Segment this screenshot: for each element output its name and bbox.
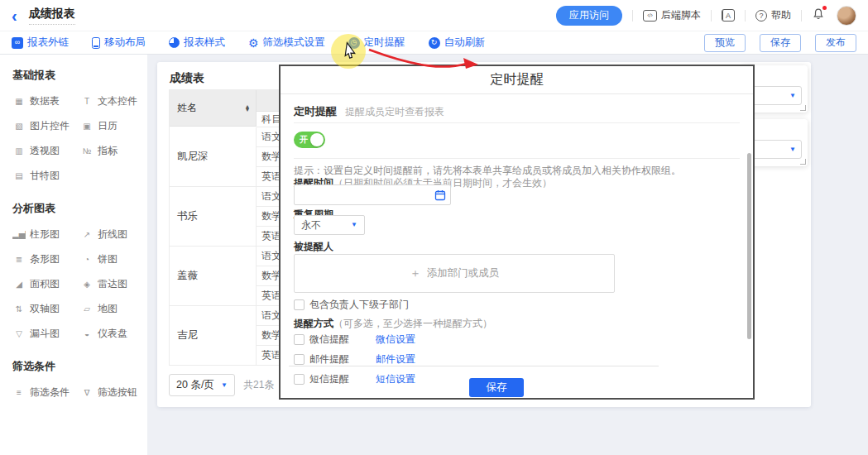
- report-designer-app: ‹ 成绩报表 应用访问 ‹/› 后端脚本 A ? 帮助 ∞: [0, 0, 868, 455]
- email-settings-link[interactable]: 邮件设置: [376, 352, 415, 366]
- sms-settings-link[interactable]: 短信设置: [376, 372, 415, 386]
- page-size-select[interactable]: 20 条/页 ▼: [169, 374, 235, 396]
- save-button[interactable]: 保存: [760, 34, 801, 52]
- plus-icon: ＋: [410, 266, 421, 281]
- back-icon[interactable]: ‹: [12, 7, 17, 24]
- sidebar-item-filter-condition[interactable]: ≡筛选条件: [12, 386, 80, 400]
- sidebar-item-line-chart[interactable]: ↗折线图: [80, 228, 145, 242]
- sort-control[interactable]: ▲▼: [244, 105, 250, 112]
- sidebar-item-pie-chart[interactable]: ◔饼图: [80, 252, 145, 266]
- publish-button[interactable]: 发布: [815, 34, 856, 52]
- preview-button[interactable]: 预览: [704, 34, 746, 52]
- help-button[interactable]: ? 帮助: [755, 8, 791, 22]
- bar-chart-icon: ≣: [12, 256, 26, 264]
- sidebar-item-filter-button[interactable]: ∇筛选按钮: [80, 386, 145, 400]
- notification-dot: [822, 6, 827, 10]
- chevron-down-icon: ▼: [789, 146, 796, 153]
- mobile-icon: [92, 37, 100, 49]
- top-header: ‹ 成绩报表 应用访问 ‹/› 后端脚本 A ? 帮助: [0, 0, 868, 31]
- method-row-email: 邮件提醒 邮件设置: [294, 353, 740, 366]
- pie-style-icon: [169, 37, 180, 48]
- text-widget-icon: T: [80, 98, 94, 106]
- dialog-scrollbar[interactable]: [747, 153, 751, 339]
- gear-icon: ⚙: [248, 37, 259, 49]
- sidebar-item-indicator[interactable]: №指标: [80, 144, 145, 158]
- sidebar-item-bar-chart[interactable]: ≣条形图: [12, 252, 80, 266]
- tab-mobile-layout[interactable]: 移动布局: [92, 36, 146, 50]
- wechat-checkbox[interactable]: [294, 334, 305, 345]
- wechat-settings-link[interactable]: 微信设置: [376, 333, 415, 347]
- filter-widget-select[interactable]: ▼: [747, 140, 802, 159]
- sidebar-item-dual-axis-chart[interactable]: ⇅双轴图: [12, 302, 80, 316]
- image-widget-icon: ▧: [12, 122, 26, 131]
- method-row-wechat: 微信提醒 微信设置: [294, 333, 740, 346]
- code-icon: ‹/›: [643, 10, 657, 22]
- doc-a-icon: A: [722, 9, 735, 22]
- section-analysis-charts: 分析图表: [12, 201, 147, 216]
- sidebar-item-map-chart[interactable]: ▱地图: [80, 302, 145, 316]
- area-chart-icon: ◢: [12, 280, 26, 289]
- refresh-icon: ↻: [429, 37, 440, 49]
- backend-script-button[interactable]: ‹/› 后端脚本: [643, 8, 701, 22]
- include-sub-checkbox[interactable]: [294, 299, 305, 310]
- sidebar-item-gantt[interactable]: ▤甘特图: [12, 169, 80, 183]
- question-icon: ?: [755, 10, 767, 22]
- section-filter-conditions: 筛选条件: [12, 359, 147, 374]
- tab-auto-refresh[interactable]: ↻ 自动刷新: [429, 36, 486, 50]
- radar-chart-icon: ◈: [80, 280, 94, 289]
- dual-axis-icon: ⇅: [12, 305, 26, 314]
- repeat-cycle-select[interactable]: 永不 ▼: [294, 215, 365, 235]
- app-access-button[interactable]: 应用访问: [556, 6, 622, 26]
- email-checkbox[interactable]: [294, 354, 305, 365]
- table-row-name: 书乐: [170, 187, 257, 247]
- chevron-down-icon: ▼: [351, 222, 357, 228]
- sidebar-item-funnel-chart[interactable]: ▽漏斗图: [12, 327, 80, 341]
- sidebar-item-calendar[interactable]: ▣日历: [80, 119, 145, 133]
- toggle-knob: [310, 133, 324, 146]
- add-members-button[interactable]: ＋ 添加部门或成员: [294, 254, 615, 293]
- tab-report-external-link[interactable]: ∞ 报表外链: [12, 36, 69, 50]
- table-row-name: 吉尼: [170, 306, 257, 366]
- filter-widget-select[interactable]: ▼: [747, 86, 802, 105]
- external-link-icon: ∞: [12, 37, 23, 49]
- total-count: 共21条: [243, 378, 274, 392]
- pie-chart-icon: ◔: [80, 256, 94, 264]
- tab-filter-mode-settings[interactable]: ⚙ 筛选模式设置: [248, 36, 325, 50]
- map-icon: ▱: [80, 305, 94, 314]
- pagination: 20 条/页 ▼ 共21条: [169, 374, 274, 396]
- reminder-time-input[interactable]: [295, 185, 430, 204]
- sidebar-item-gauge[interactable]: ◒仪表盘: [80, 327, 145, 341]
- sidebar-item-area-chart[interactable]: ◢面积图: [12, 277, 80, 291]
- table-row-name: 凯尼深: [170, 127, 257, 187]
- report-toolbar: ∞ 报表外链 移动布局 报表样式 ⚙ 筛选模式设置 ◷ 定时提醒 ↻ 自动刷新 …: [0, 31, 868, 55]
- alarm-icon: ◷: [348, 37, 360, 49]
- calendar-picker-icon[interactable]: [430, 189, 450, 201]
- dialog-save-button[interactable]: 保存: [469, 378, 524, 397]
- gauge-icon: ◒: [80, 330, 94, 338]
- reminder-time-field: [294, 184, 451, 205]
- funnel-chart-icon: ▽: [12, 330, 26, 338]
- table-title: 成绩表: [170, 71, 204, 86]
- tab-scheduled-reminder[interactable]: ◷ 定时提醒: [348, 36, 405, 50]
- notification-bell-button[interactable]: [812, 7, 825, 24]
- user-avatar[interactable]: [837, 6, 856, 26]
- filter-button-icon: ∇: [80, 389, 94, 397]
- tab-report-style[interactable]: 报表样式: [169, 36, 225, 50]
- sidebar-item-column-chart[interactable]: ▂▅▇柱形图: [12, 228, 80, 242]
- sidebar-item-text-widget[interactable]: T文本控件: [80, 94, 145, 108]
- pivot-icon: ▥: [12, 147, 26, 156]
- reminder-toggle-on[interactable]: 开: [294, 132, 325, 148]
- data-table-icon: ▦: [12, 98, 26, 106]
- sms-checkbox[interactable]: [294, 374, 305, 385]
- sidebar-item-radar-chart[interactable]: ◈雷达图: [80, 277, 145, 291]
- footer-divider: [289, 366, 659, 366]
- filter-condition-icon: ≡: [12, 389, 26, 397]
- score-pivot-table: 姓名 ▲▼ 科目 凯尼深 书乐 盖薇 吉尼 语文 数学 英语: [169, 89, 295, 366]
- column-header-name: 姓名 ▲▼: [170, 90, 257, 127]
- page-title: 成绩报表: [29, 7, 75, 25]
- sidebar-item-data-table[interactable]: ▦数据表: [12, 94, 80, 108]
- sidebar-item-pivot[interactable]: ▥透视图: [12, 144, 80, 158]
- sidebar-item-image-widget[interactable]: ▧图片控件: [12, 119, 80, 133]
- field-dictionary-button[interactable]: A: [722, 9, 735, 22]
- recipients-label: 被提醒人: [294, 240, 333, 254]
